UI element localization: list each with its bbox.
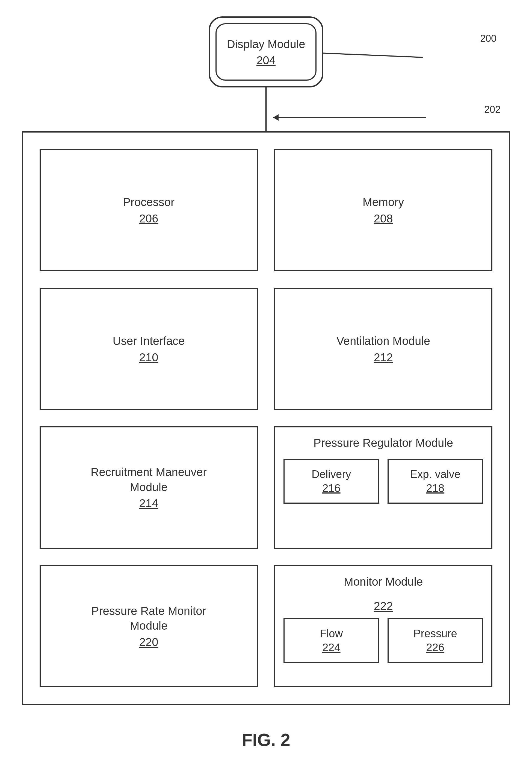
memory-title: Memory xyxy=(363,195,404,210)
display-module-number: 204 xyxy=(256,54,276,67)
user-interface-box: User Interface 210 xyxy=(40,288,258,410)
display-module-title: Display Module xyxy=(227,37,305,52)
delivery-number: 216 xyxy=(322,482,341,494)
pressure-regulator-box: Pressure Regulator Module Delivery 216 E… xyxy=(274,426,492,549)
pressure-regulator-title: Pressure Regulator Module xyxy=(314,436,453,451)
inner-grid: Processor 206 Memory 208 User Interface … xyxy=(40,149,492,687)
exp-valve-title: Exp. valve xyxy=(410,468,460,481)
recruitment-maneuver-number: 214 xyxy=(139,497,158,510)
exp-valve-box: Exp. valve 218 xyxy=(388,459,483,504)
monitor-module-box: Monitor Module 222 Flow 224 Pressure 226 xyxy=(274,565,492,688)
display-module-inner: Display Module 204 xyxy=(215,23,317,81)
pressure-rate-monitor-box: Pressure Rate MonitorModule 220 xyxy=(40,565,258,688)
processor-box: Processor 206 xyxy=(40,149,258,271)
processor-title: Processor xyxy=(123,195,175,210)
recruitment-maneuver-box: Recruitment ManeuverModule 214 xyxy=(40,426,258,549)
recruitment-maneuver-title: Recruitment ManeuverModule xyxy=(91,465,207,495)
memory-box: Memory 208 xyxy=(274,149,492,271)
main-system-box: Processor 206 Memory 208 User Interface … xyxy=(22,131,510,705)
display-module-box: Display Module 204 xyxy=(209,16,323,87)
figure-label: FIG. 2 xyxy=(242,730,290,750)
connector-line xyxy=(265,87,267,131)
delivery-title: Delivery xyxy=(312,468,351,481)
monitor-module-number: 222 xyxy=(374,600,393,613)
flow-number: 224 xyxy=(322,641,341,654)
monitor-module-title: Monitor Module xyxy=(344,575,423,590)
pressure-regulator-nested-grid: Delivery 216 Exp. valve 218 xyxy=(283,459,483,504)
ventilation-module-title: Ventilation Module xyxy=(336,334,430,349)
user-interface-number: 210 xyxy=(139,351,158,364)
delivery-box: Delivery 216 xyxy=(283,459,379,504)
diagram-container: Display Module 204 200 202 Processor 206… xyxy=(0,0,532,772)
flow-title: Flow xyxy=(320,628,343,640)
user-interface-title: User Interface xyxy=(113,334,185,349)
ventilation-module-number: 212 xyxy=(374,351,393,364)
pressure-rate-monitor-number: 220 xyxy=(139,636,158,649)
pressure-rate-monitor-title: Pressure Rate MonitorModule xyxy=(91,604,206,634)
monitor-module-nested-grid: Flow 224 Pressure 226 xyxy=(283,618,483,663)
flow-box: Flow 224 xyxy=(283,618,379,663)
memory-number: 208 xyxy=(374,212,393,225)
svg-marker-3 xyxy=(273,114,279,121)
ref-200-label: 200 xyxy=(480,33,496,44)
pressure-title: Pressure xyxy=(413,628,457,640)
exp-valve-number: 218 xyxy=(426,482,444,494)
pressure-box: Pressure 226 xyxy=(388,618,483,663)
ref-202-label: 202 xyxy=(484,104,501,115)
pressure-number: 226 xyxy=(426,641,444,654)
processor-number: 206 xyxy=(139,212,158,225)
ventilation-module-box: Ventilation Module 212 xyxy=(274,288,492,410)
